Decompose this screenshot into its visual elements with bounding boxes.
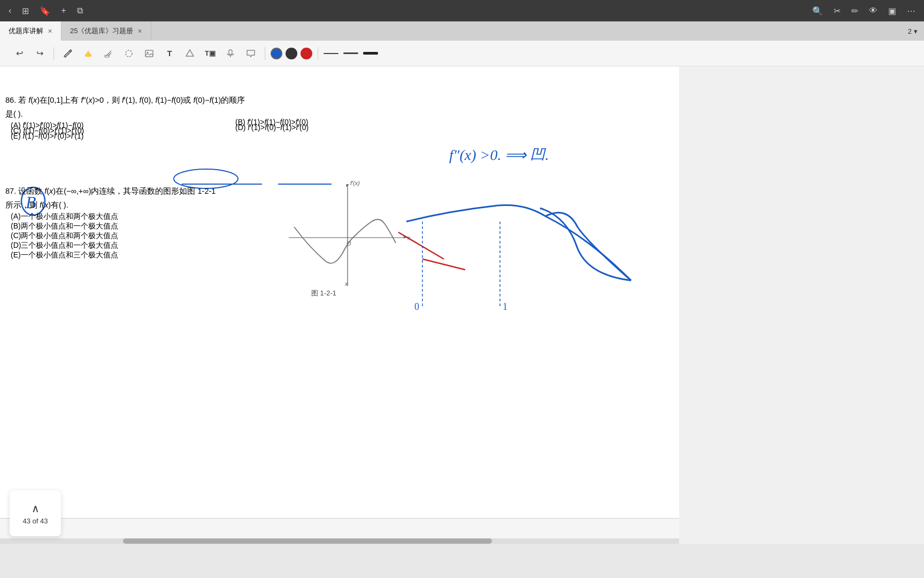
problem-86-text: 86. 若 f(x)在[0,1]上有 f″(x)>0，则 f′(1), f(0)… bbox=[5, 93, 422, 107]
shape-button[interactable] bbox=[181, 45, 198, 62]
page: f″(x) >0. ⟹ 凹. B bbox=[0, 66, 679, 527]
annotation-label-0: 0 bbox=[414, 301, 419, 312]
tab-close-2[interactable]: ✕ bbox=[137, 28, 142, 35]
more-button[interactable]: ⋯ bbox=[907, 6, 915, 16]
mic-button[interactable] bbox=[222, 45, 239, 62]
layout-button[interactable]: ⧉ bbox=[77, 6, 83, 16]
document-panel: f″(x) >0. ⟹ 凹. B bbox=[0, 66, 679, 544]
line-thin[interactable] bbox=[324, 53, 338, 54]
textbox-button[interactable]: T▣ bbox=[202, 45, 219, 62]
problem-86-option-e: (E) f(1)−f(0)>f′(0)>f′(1) bbox=[11, 132, 422, 140]
tab-bar: 优题库讲解 ✕ 25《优题库》习题册 ✕ 2 ▾ bbox=[0, 21, 924, 41]
svg-point-2 bbox=[126, 50, 132, 57]
tab-number: 2 ▾ bbox=[902, 21, 924, 41]
content-area: f″(x) >0. ⟹ 凹. B bbox=[0, 66, 924, 544]
svg-rect-0 bbox=[85, 54, 91, 57]
color-red[interactable] bbox=[301, 48, 312, 59]
annotation-blue-curve-right bbox=[540, 208, 631, 280]
scrollbar-thumb[interactable] bbox=[123, 538, 492, 544]
grid-button[interactable]: ⊞ bbox=[22, 6, 29, 16]
edit-top-button[interactable]: ✏ bbox=[851, 6, 858, 16]
separator-3 bbox=[318, 47, 318, 60]
line-thick[interactable] bbox=[363, 52, 378, 55]
pen-button[interactable] bbox=[59, 45, 76, 62]
right-panel bbox=[679, 66, 924, 544]
svg-text:f′(x): f′(x) bbox=[350, 180, 360, 186]
svg-text:O: O bbox=[346, 240, 351, 247]
svg-point-4 bbox=[147, 51, 149, 53]
search-top-button[interactable]: 🔍 bbox=[812, 6, 823, 16]
svg-text:x: x bbox=[344, 280, 348, 287]
scrollbar-track[interactable] bbox=[0, 538, 679, 544]
annotation-blue-curve-2 bbox=[545, 212, 631, 280]
speech-button[interactable] bbox=[242, 45, 259, 62]
separator-2 bbox=[265, 47, 265, 60]
svg-text:x: x bbox=[407, 234, 411, 241]
annotation-label-1: 1 bbox=[503, 301, 507, 312]
annotation-toolbar: ↩ ↪ T T▣ bbox=[0, 41, 924, 66]
figure-label: 图 1-2-1 bbox=[311, 288, 336, 298]
redo-button[interactable]: ↪ bbox=[31, 45, 48, 62]
problem-87: 87. 设函数 f(x)在(−∞,+∞)内连续，其导函数的图形如图 1-2-1 … bbox=[5, 184, 422, 260]
add-page-button[interactable]: + bbox=[61, 6, 66, 16]
tab-close-1[interactable]: ✕ bbox=[48, 28, 52, 35]
back-button[interactable]: ‹ bbox=[9, 6, 11, 16]
annotation-blue-curve-1 bbox=[406, 205, 631, 280]
problem-87-number: 87. bbox=[5, 187, 16, 195]
problem-86: 86. 若 f(x)在[0,1]上有 f″(x)>0，则 f′(1), f(0)… bbox=[5, 93, 422, 140]
scroll-up-icon[interactable]: ∧ bbox=[32, 502, 40, 515]
panel-button[interactable]: ▣ bbox=[888, 6, 896, 16]
undo-button[interactable]: ↩ bbox=[11, 45, 28, 62]
bookmark-button[interactable]: 🔖 bbox=[40, 6, 50, 16]
tab-label-2: 25《优题库》习题册 bbox=[70, 26, 133, 36]
page-count: 43 of 43 bbox=[23, 517, 48, 525]
highlight-button[interactable] bbox=[80, 45, 97, 62]
problem-86-number: 86. bbox=[5, 96, 16, 104]
color-black[interactable] bbox=[286, 48, 297, 59]
svg-rect-5 bbox=[229, 50, 232, 55]
tools-button[interactable]: ✂ bbox=[834, 6, 841, 16]
top-navigation: ‹ ⊞ 🔖 + ⧉ 🔍 ✂ ✏ 👁 ▣ ⋯ bbox=[0, 0, 924, 21]
eraser-button[interactable] bbox=[100, 45, 117, 62]
annotation-red-line-2 bbox=[422, 259, 465, 270]
lasso-button[interactable] bbox=[120, 45, 137, 62]
tab-label-1: 优题库讲解 bbox=[9, 26, 43, 36]
svg-rect-3 bbox=[145, 50, 153, 57]
annotation-f-prime-prime: f″(x) >0. ⟹ 凹. bbox=[449, 147, 549, 163]
color-blue[interactable] bbox=[271, 48, 282, 59]
view-button[interactable]: 👁 bbox=[869, 6, 877, 16]
page-counter-box[interactable]: ∧ 43 of 43 bbox=[10, 490, 61, 536]
image-button[interactable] bbox=[141, 45, 158, 62]
text-button[interactable]: T bbox=[161, 45, 178, 62]
tab-yutiku-jiangjie[interactable]: 优题库讲解 ✕ bbox=[0, 21, 61, 41]
line-medium[interactable] bbox=[343, 52, 358, 54]
problem-87-graph: x f′(x) O x bbox=[283, 179, 412, 296]
problem-86-option-d: (D) f′(1)>f(0)−f(1)>f′(0) bbox=[235, 123, 422, 132]
tab-yutiku-xitice[interactable]: 25《优题库》习题册 ✕ bbox=[61, 21, 151, 41]
separator-1 bbox=[53, 47, 54, 60]
